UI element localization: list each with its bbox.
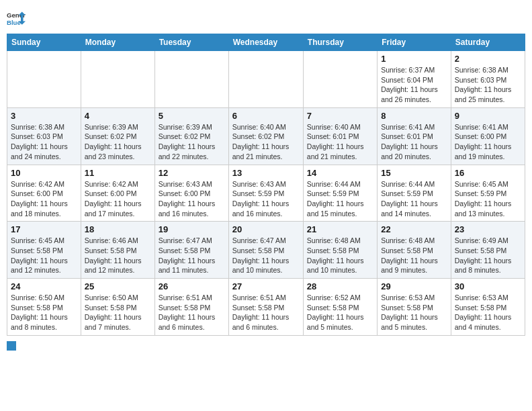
- calendar-cell: 26Sunrise: 6:51 AM Sunset: 5:58 PM Dayli…: [154, 279, 228, 336]
- day-header-thursday: Thursday: [303, 34, 377, 51]
- day-number: 5: [159, 111, 225, 121]
- logo-icon: General Blue: [7, 9, 26, 28]
- day-number: 23: [455, 224, 521, 234]
- day-info: Sunrise: 6:50 AM Sunset: 5:58 PM Dayligh…: [11, 293, 68, 331]
- day-number: 16: [455, 168, 521, 178]
- day-header-saturday: Saturday: [451, 34, 525, 51]
- day-number: 18: [85, 224, 151, 234]
- day-number: 26: [159, 281, 225, 291]
- calendar-cell: 9Sunrise: 6:41 AM Sunset: 6:00 PM Daylig…: [451, 107, 525, 165]
- calendar-cell: 5Sunrise: 6:39 AM Sunset: 6:02 PM Daylig…: [154, 107, 228, 165]
- day-info: Sunrise: 6:38 AM Sunset: 6:03 PM Dayligh…: [11, 123, 68, 161]
- week-row-4: 24Sunrise: 6:50 AM Sunset: 5:58 PM Dayli…: [7, 279, 525, 336]
- day-info: Sunrise: 6:45 AM Sunset: 5:58 PM Dayligh…: [11, 236, 68, 274]
- calendar-cell: 1Sunrise: 6:37 AM Sunset: 6:04 PM Daylig…: [378, 51, 451, 108]
- day-info: Sunrise: 6:48 AM Sunset: 5:58 PM Dayligh…: [381, 236, 438, 274]
- calendar-cell: [154, 51, 228, 108]
- day-number: 17: [11, 224, 77, 234]
- day-info: Sunrise: 6:37 AM Sunset: 6:04 PM Dayligh…: [381, 66, 438, 103]
- calendar-cell: 17Sunrise: 6:45 AM Sunset: 5:58 PM Dayli…: [7, 222, 81, 279]
- calendar-cell: 27Sunrise: 6:51 AM Sunset: 5:58 PM Dayli…: [228, 279, 303, 336]
- day-info: Sunrise: 6:51 AM Sunset: 5:58 PM Dayligh…: [232, 293, 290, 331]
- header: General Blue: [7, 7, 525, 28]
- day-header-wednesday: Wednesday: [228, 34, 303, 51]
- day-number: 30: [455, 281, 521, 291]
- day-number: 12: [159, 168, 225, 178]
- calendar-cell: 8Sunrise: 6:41 AM Sunset: 6:01 PM Daylig…: [378, 107, 451, 165]
- calendar-table: SundayMondayTuesdayWednesdayThursdayFrid…: [7, 34, 525, 336]
- day-number: 28: [307, 281, 373, 291]
- calendar-cell: 24Sunrise: 6:50 AM Sunset: 5:58 PM Dayli…: [7, 279, 81, 336]
- day-info: Sunrise: 6:40 AM Sunset: 6:02 PM Dayligh…: [232, 123, 290, 161]
- calendar-cell: 25Sunrise: 6:50 AM Sunset: 5:58 PM Dayli…: [81, 279, 154, 336]
- day-info: Sunrise: 6:48 AM Sunset: 5:58 PM Dayligh…: [307, 236, 364, 274]
- logo: General Blue: [7, 9, 26, 28]
- day-number: 4: [85, 111, 151, 121]
- day-number: 22: [381, 224, 447, 234]
- calendar-cell: 2Sunrise: 6:38 AM Sunset: 6:03 PM Daylig…: [451, 51, 525, 108]
- day-info: Sunrise: 6:42 AM Sunset: 6:00 PM Dayligh…: [85, 180, 142, 218]
- calendar-cell: 19Sunrise: 6:47 AM Sunset: 5:58 PM Dayli…: [154, 222, 228, 279]
- day-info: Sunrise: 6:41 AM Sunset: 6:01 PM Dayligh…: [381, 123, 438, 161]
- calendar-cell: 30Sunrise: 6:53 AM Sunset: 5:58 PM Dayli…: [451, 279, 525, 336]
- calendar-cell: 14Sunrise: 6:44 AM Sunset: 5:59 PM Dayli…: [303, 165, 377, 222]
- calendar-cell: 3Sunrise: 6:38 AM Sunset: 6:03 PM Daylig…: [7, 107, 81, 165]
- day-number: 1: [381, 54, 447, 64]
- day-info: Sunrise: 6:42 AM Sunset: 6:00 PM Dayligh…: [11, 180, 68, 218]
- day-number: 13: [232, 168, 300, 178]
- day-number: 10: [11, 168, 77, 178]
- day-info: Sunrise: 6:53 AM Sunset: 5:58 PM Dayligh…: [381, 293, 438, 331]
- day-number: 29: [381, 281, 447, 291]
- day-info: Sunrise: 6:39 AM Sunset: 6:02 PM Dayligh…: [85, 123, 142, 161]
- day-number: 20: [232, 224, 300, 234]
- day-number: 9: [455, 111, 521, 121]
- calendar-cell: 15Sunrise: 6:44 AM Sunset: 5:59 PM Dayli…: [378, 165, 451, 222]
- day-number: 21: [307, 224, 373, 234]
- day-info: Sunrise: 6:49 AM Sunset: 5:58 PM Dayligh…: [455, 236, 512, 274]
- week-row-1: 3Sunrise: 6:38 AM Sunset: 6:03 PM Daylig…: [7, 107, 525, 165]
- day-info: Sunrise: 6:52 AM Sunset: 5:58 PM Dayligh…: [307, 293, 364, 331]
- week-row-0: 1Sunrise: 6:37 AM Sunset: 6:04 PM Daylig…: [7, 51, 525, 108]
- day-number: 3: [11, 111, 77, 121]
- day-number: 27: [232, 281, 300, 291]
- calendar-cell: [303, 51, 377, 108]
- day-number: 11: [85, 168, 151, 178]
- day-info: Sunrise: 6:47 AM Sunset: 5:58 PM Dayligh…: [159, 236, 216, 274]
- day-number: 25: [85, 281, 151, 291]
- calendar-cell: 16Sunrise: 6:45 AM Sunset: 5:59 PM Dayli…: [451, 165, 525, 222]
- calendar-cell: 12Sunrise: 6:43 AM Sunset: 6:00 PM Dayli…: [154, 165, 228, 222]
- day-header-sunday: Sunday: [7, 34, 81, 51]
- calendar-cell: 7Sunrise: 6:40 AM Sunset: 6:01 PM Daylig…: [303, 107, 377, 165]
- day-info: Sunrise: 6:51 AM Sunset: 5:58 PM Dayligh…: [159, 293, 216, 331]
- day-info: Sunrise: 6:47 AM Sunset: 5:58 PM Dayligh…: [232, 236, 290, 274]
- day-header-monday: Monday: [81, 34, 154, 51]
- day-number: 6: [232, 111, 300, 121]
- day-info: Sunrise: 6:39 AM Sunset: 6:02 PM Dayligh…: [159, 123, 216, 161]
- calendar-cell: 6Sunrise: 6:40 AM Sunset: 6:02 PM Daylig…: [228, 107, 303, 165]
- day-info: Sunrise: 6:41 AM Sunset: 6:00 PM Dayligh…: [455, 123, 512, 161]
- day-info: Sunrise: 6:43 AM Sunset: 5:59 PM Dayligh…: [232, 180, 290, 218]
- day-info: Sunrise: 6:40 AM Sunset: 6:01 PM Dayligh…: [307, 123, 364, 161]
- day-info: Sunrise: 6:53 AM Sunset: 5:58 PM Dayligh…: [455, 293, 512, 331]
- calendar-cell: [228, 51, 303, 108]
- day-header-tuesday: Tuesday: [154, 34, 228, 51]
- day-number: 2: [455, 54, 521, 64]
- svg-text:Blue: Blue: [7, 19, 21, 26]
- calendar-cell: 28Sunrise: 6:52 AM Sunset: 5:58 PM Dayli…: [303, 279, 377, 336]
- calendar-cell: 21Sunrise: 6:48 AM Sunset: 5:58 PM Dayli…: [303, 222, 377, 279]
- legend-area: [7, 341, 525, 351]
- day-info: Sunrise: 6:38 AM Sunset: 6:03 PM Dayligh…: [455, 66, 512, 103]
- day-header-friday: Friday: [378, 34, 451, 51]
- calendar-cell: [7, 51, 81, 108]
- legend-color-box: [7, 341, 16, 351]
- calendar-cell: 20Sunrise: 6:47 AM Sunset: 5:58 PM Dayli…: [228, 222, 303, 279]
- calendar-cell: 29Sunrise: 6:53 AM Sunset: 5:58 PM Dayli…: [378, 279, 451, 336]
- day-number: 15: [381, 168, 447, 178]
- days-header-row: SundayMondayTuesdayWednesdayThursdayFrid…: [7, 34, 525, 51]
- day-info: Sunrise: 6:46 AM Sunset: 5:58 PM Dayligh…: [85, 236, 142, 274]
- calendar-cell: 10Sunrise: 6:42 AM Sunset: 6:00 PM Dayli…: [7, 165, 81, 222]
- calendar-cell: 23Sunrise: 6:49 AM Sunset: 5:58 PM Dayli…: [451, 222, 525, 279]
- calendar-cell: 18Sunrise: 6:46 AM Sunset: 5:58 PM Dayli…: [81, 222, 154, 279]
- week-row-3: 17Sunrise: 6:45 AM Sunset: 5:58 PM Dayli…: [7, 222, 525, 279]
- calendar-cell: 22Sunrise: 6:48 AM Sunset: 5:58 PM Dayli…: [378, 222, 451, 279]
